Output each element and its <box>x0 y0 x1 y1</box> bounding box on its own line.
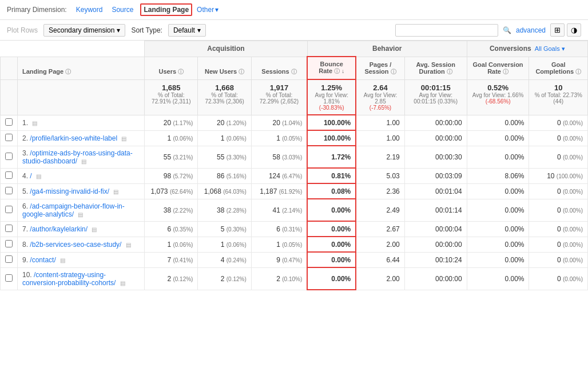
row-number: 7. <box>22 225 28 233</box>
summary-bounce-rate-sub2: (-30.83%) <box>312 105 351 111</box>
pie-view-button[interactable]: ◑ <box>567 23 581 37</box>
pages-per-session-col-header[interactable]: Pages / Session ⓘ <box>356 57 404 79</box>
sort-type-dropdown[interactable]: Default ▾ <box>168 24 206 37</box>
avg-session-duration-cell: 00:00:00 <box>404 115 467 130</box>
row-checkbox[interactable] <box>5 240 13 247</box>
new-users-cell: 20 (1.20%) <box>198 115 251 130</box>
sessions-cell: 58 (3.03%) <box>251 146 307 168</box>
landing-page-link[interactable]: /optimize-ads-by-roas-using-data-studio-… <box>22 149 133 165</box>
bounce-rate-cell: 0.00% <box>307 252 356 267</box>
table-row: 7. /author/kaylelarkin/ ▤ 6 (0.35%) 5 (0… <box>1 221 588 237</box>
info-icon: ⓘ <box>503 69 508 75</box>
bounce-rate-cell: 100.00% <box>307 130 356 146</box>
row-number: 6. <box>22 202 28 210</box>
landing-page-link[interactable]: /content-strategy-using-conversion-proba… <box>22 271 116 287</box>
landing-page-link[interactable]: /author/kaylelarkin/ <box>30 225 88 233</box>
goal-conversion-rate-cell: 0.00% <box>467 199 529 221</box>
row-checkbox[interactable] <box>5 274 13 282</box>
landing-page-cell: 4. / ▤ <box>18 168 145 183</box>
row-checkbox[interactable] <box>5 171 13 179</box>
conversions-label: Conversions <box>490 45 531 53</box>
new-users-cell: 5 (0.30%) <box>198 221 251 237</box>
summary-avg-session-duration-sub: Avg for View: 00:01:15 (0.33%) <box>410 92 462 105</box>
dim-landing-page[interactable]: Landing Page <box>140 3 192 16</box>
sort-arrow-icon: ↓ <box>341 68 344 74</box>
bounce-rate-col-header[interactable]: Bounce Rate ⓘ ↓ <box>307 57 356 79</box>
avg-session-duration-col-header[interactable]: Avg. Session Duration ⓘ <box>404 57 467 79</box>
bounce-rate-cell: 100.00% <box>307 115 356 130</box>
avg-session-duration-cell: 00:01:14 <box>404 199 467 221</box>
pages-per-session-cell: 2.19 <box>356 146 404 168</box>
acquisition-section-header: Acquisition <box>145 41 308 57</box>
row-checkbox[interactable] <box>5 153 13 160</box>
new-users-col-header[interactable]: New Users ⓘ <box>198 57 251 79</box>
section-header-row: Acquisition Behavior Conversions All Goa… <box>1 41 588 57</box>
table-row: 10. /content-strategy-using-conversion-p… <box>1 267 588 290</box>
dim-keyword[interactable]: Keyword <box>74 5 105 15</box>
goal-completions-cell: 0 (0.00%) <box>529 237 588 252</box>
goal-conversion-rate-cell: 0.00% <box>467 115 529 130</box>
landing-page-link[interactable]: /b2b-services-seo-case-study/ <box>30 241 121 249</box>
row-checkbox[interactable] <box>5 206 13 213</box>
summary-goal-conversion-rate: 0.52% <box>472 83 525 92</box>
row-checkbox[interactable] <box>5 187 13 194</box>
landing-page-cell: 5. /ga4-missing-invalid-id-fix/ ▤ <box>18 183 145 199</box>
sessions-cell: 1 (0.05%) <box>251 130 307 146</box>
row-checkbox[interactable] <box>5 225 13 232</box>
new-users-cell: 1 (0.06%) <box>198 130 251 146</box>
info-icon: ⓘ <box>291 69 297 75</box>
goal-completions-col-header[interactable]: Goal Completions ⓘ <box>529 57 588 79</box>
summary-bounce-rate: 1.25% <box>312 83 351 92</box>
pages-per-session-cell: 6.44 <box>356 252 404 267</box>
landing-page-link[interactable]: /profile/larkin-seo-white-label <box>30 134 117 142</box>
table-row: 8. /b2b-services-seo-case-study/ ▤ 1 (0.… <box>1 237 588 252</box>
row-checkbox[interactable] <box>5 134 13 141</box>
landing-page-link[interactable]: /ga4-missing-invalid-id-fix/ <box>30 187 109 195</box>
all-goals-dropdown[interactable]: All Goals ▾ <box>535 45 565 53</box>
info-icon: ⓘ <box>447 69 452 75</box>
table-row: 9. /contact/ ▤ 7 (0.41%) 4 (0.24%) 9 (0.… <box>1 252 588 267</box>
users-cell: 20 (1.17%) <box>145 115 198 130</box>
grid-view-button[interactable]: ⊞ <box>550 23 565 37</box>
landing-page-cell: 7. /author/kaylelarkin/ ▤ <box>18 221 145 237</box>
goal-conversion-rate-cell: 0.00% <box>467 237 529 252</box>
avg-session-duration-cell: 00:00:00 <box>404 267 467 290</box>
landing-page-col-header: Landing Page ⓘ <box>18 57 145 79</box>
dim-other[interactable]: Other ▾ <box>197 6 218 14</box>
row-checkbox[interactable] <box>5 255 13 263</box>
goal-conversion-rate-cell: 0.00% <box>467 183 529 199</box>
plot-rows-button: Plot Rows <box>7 26 38 34</box>
row-checkbox[interactable] <box>5 118 13 126</box>
users-col-header[interactable]: Users ⓘ <box>145 57 198 79</box>
pages-per-session-cell: 2.67 <box>356 221 404 237</box>
goal-completions-cell: 0 (0.00%) <box>529 146 588 168</box>
search-icon: 🔍 <box>503 26 511 34</box>
avg-session-duration-cell: 00:00:30 <box>404 146 467 168</box>
users-cell: 55 (3.21%) <box>145 146 198 168</box>
secondary-dimension-dropdown[interactable]: Secondary dimension ▾ <box>43 24 125 37</box>
sessions-col-header[interactable]: Sessions ⓘ <box>251 57 307 79</box>
landing-page-link[interactable]: /ad-campaign-behavior-flow-in-google-ana… <box>22 202 125 218</box>
dim-source[interactable]: Source <box>109 5 136 15</box>
bounce-rate-cell: 0.08% <box>307 183 356 199</box>
advanced-link[interactable]: advanced <box>516 26 546 34</box>
landing-page-link[interactable]: /contact/ <box>30 256 55 264</box>
select-all-checkbox-header <box>1 57 18 79</box>
avg-session-duration-cell: 00:00:00 <box>404 237 467 252</box>
pages-per-session-cell: 2.00 <box>356 237 404 252</box>
summary-goal-completions: 10 <box>534 83 583 92</box>
users-cell: 38 (2.22%) <box>145 199 198 221</box>
table-row: 1. ▤ 20 (1.17%) 20 (1.20%) 20 (1.04%) 10… <box>1 115 588 130</box>
external-link-icon: ▤ <box>120 280 125 286</box>
search-input[interactable] <box>395 24 498 37</box>
users-cell: 1 (0.06%) <box>145 130 198 146</box>
external-link-icon: ▤ <box>36 173 41 179</box>
goal-conversion-rate-col-header[interactable]: Goal Conversion Rate ⓘ <box>467 57 529 79</box>
row-checkbox-cell <box>1 146 18 168</box>
sessions-cell: 124 (6.47%) <box>251 168 307 183</box>
landing-page-link[interactable]: / <box>30 172 31 180</box>
avg-session-duration-cell: 00:00:00 <box>404 130 467 146</box>
external-link-icon: ▤ <box>81 158 86 165</box>
data-table: Acquisition Behavior Conversions All Goa… <box>0 41 588 290</box>
goal-completions-cell: 0 (0.00%) <box>529 199 588 221</box>
